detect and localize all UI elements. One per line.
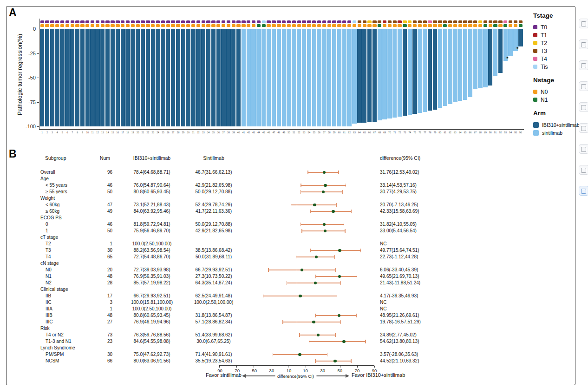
patient-column bbox=[272, 20, 276, 126]
subgroup-label: 1 bbox=[46, 228, 48, 233]
subgroup-label: IIIA bbox=[46, 306, 52, 311]
confidence-interval-line bbox=[315, 361, 351, 362]
point-estimate-dot bbox=[338, 249, 341, 252]
patient-column bbox=[75, 20, 79, 126]
regression-bar bbox=[327, 29, 331, 126]
forest-data-row: IIC3100.0(15.81,100.00)100.0(2.50,100.00… bbox=[39, 299, 553, 306]
tstage-marker bbox=[423, 20, 427, 23]
arm2-estimate: 71.4(41.90,91.61) bbox=[181, 352, 246, 357]
nstage-marker bbox=[55, 24, 59, 27]
viewer-tool-button[interactable] bbox=[579, 81, 588, 91]
regression-bar bbox=[337, 29, 341, 126]
patient-column bbox=[412, 20, 417, 114]
nstage-marker bbox=[131, 24, 135, 27]
viewer-tool-button[interactable] bbox=[579, 19, 588, 28]
patient-column bbox=[398, 20, 402, 117]
viewer-tool-button[interactable] bbox=[579, 123, 588, 133]
subgroup-label: N0 bbox=[46, 267, 52, 272]
chart-legend: TstageT0T1T2T3T4TisNstageN0N1ArmIBI310+s… bbox=[533, 12, 587, 143]
favor-left-label: Favor sintilimab bbox=[172, 372, 242, 378]
patient-column bbox=[423, 20, 427, 112]
point-estimate-dot bbox=[299, 295, 302, 298]
tool-glyph-icon bbox=[581, 105, 586, 110]
regression-bar bbox=[90, 29, 94, 126]
viewer-tool-button[interactable] bbox=[579, 144, 588, 154]
x-tick-label: 70 bbox=[387, 131, 392, 134]
point-estimate-dot bbox=[312, 321, 315, 324]
nstage-marker bbox=[514, 24, 517, 27]
ci-right-cap bbox=[342, 190, 343, 194]
x-tick-label: 57 bbox=[322, 131, 326, 134]
regression-bar bbox=[483, 29, 487, 87]
legend-item-label: T2 bbox=[541, 40, 547, 46]
nstage-marker bbox=[267, 24, 270, 27]
patient-column bbox=[131, 20, 135, 126]
viewer-tool-button[interactable] bbox=[579, 102, 588, 112]
x-tick-label: 36 bbox=[216, 131, 221, 134]
arm2-estimate: 66.7(29.93,92.51) bbox=[181, 267, 246, 272]
viewer-tool-button[interactable] bbox=[579, 186, 588, 196]
regression-bar bbox=[201, 29, 205, 126]
point-estimate-dot bbox=[315, 256, 318, 259]
x-tick-label: 9 bbox=[80, 131, 85, 134]
nstage-marker bbox=[45, 24, 49, 27]
patient-column bbox=[85, 20, 90, 126]
arm1-estimate: 75.9(56.46,89.70) bbox=[115, 228, 189, 233]
viewer-tool-button[interactable] bbox=[579, 60, 588, 70]
patient-column bbox=[337, 20, 341, 126]
x-tick-label: 75 bbox=[412, 131, 417, 134]
ci-left-cap bbox=[315, 314, 316, 318]
tstage-marker bbox=[297, 20, 301, 23]
y-tick-label: -25 bbox=[23, 51, 36, 56]
nstage-marker bbox=[307, 24, 311, 27]
arm2-estimate: 64.3(35.14,87.24) bbox=[181, 280, 246, 285]
regression-bar bbox=[347, 29, 351, 126]
regression-bar bbox=[231, 29, 235, 126]
regression-bar bbox=[131, 29, 135, 126]
arm1-estimate: 84.0(63.92,95.46) bbox=[115, 209, 189, 214]
viewer-tool-button[interactable] bbox=[579, 165, 588, 175]
x-tick-label: 23 bbox=[151, 131, 155, 134]
arm2-estimate: 50.0(29.12,70.88) bbox=[181, 222, 246, 227]
regression-bar bbox=[70, 29, 74, 126]
tstage-marker bbox=[272, 20, 275, 23]
patient-column bbox=[478, 20, 482, 88]
regression-bar bbox=[242, 29, 246, 126]
nstage-marker bbox=[463, 24, 467, 27]
patient-column bbox=[498, 20, 503, 73]
nstage-marker bbox=[206, 24, 210, 27]
column-header-num: Num bbox=[98, 155, 112, 161]
difference-value: 33.00(5.44,56.54) bbox=[380, 228, 417, 233]
nstage-marker bbox=[317, 24, 321, 27]
regression-bar bbox=[378, 29, 382, 120]
nstage-marker bbox=[202, 24, 205, 27]
x-tick-label: 55 bbox=[312, 131, 316, 134]
regression-bar bbox=[171, 29, 175, 126]
patient-column bbox=[50, 20, 54, 126]
patient-column bbox=[70, 20, 74, 126]
legend-item-label: T1 bbox=[541, 32, 547, 39]
forest-tick-label: -10 bbox=[280, 368, 296, 373]
nstage-marker bbox=[413, 24, 417, 27]
nstage-marker bbox=[156, 24, 160, 27]
nstage-marker bbox=[75, 24, 79, 27]
tstage-marker bbox=[91, 20, 94, 23]
tstage-marker bbox=[428, 20, 431, 23]
x-tick-label: 10 bbox=[85, 131, 90, 134]
ci-right-cap bbox=[365, 340, 366, 344]
tstage-marker bbox=[448, 20, 452, 23]
confidence-interval-line bbox=[309, 341, 366, 342]
viewer-tool-button[interactable] bbox=[579, 39, 588, 49]
subgroup-label: ≥ 60kg bbox=[46, 209, 59, 214]
tstage-marker bbox=[206, 20, 210, 23]
nstage-marker bbox=[60, 24, 64, 27]
tstage-marker bbox=[80, 20, 84, 23]
arm2-estimate: 50.0(29.12,70.88) bbox=[181, 189, 246, 194]
tstage-marker bbox=[438, 20, 442, 23]
nstage-marker bbox=[327, 24, 331, 27]
nstage-marker bbox=[40, 24, 44, 27]
tstage-marker bbox=[181, 20, 185, 23]
regression-bar bbox=[342, 29, 346, 126]
regression-bar bbox=[367, 29, 372, 122]
x-tick-label: 31 bbox=[191, 131, 195, 134]
